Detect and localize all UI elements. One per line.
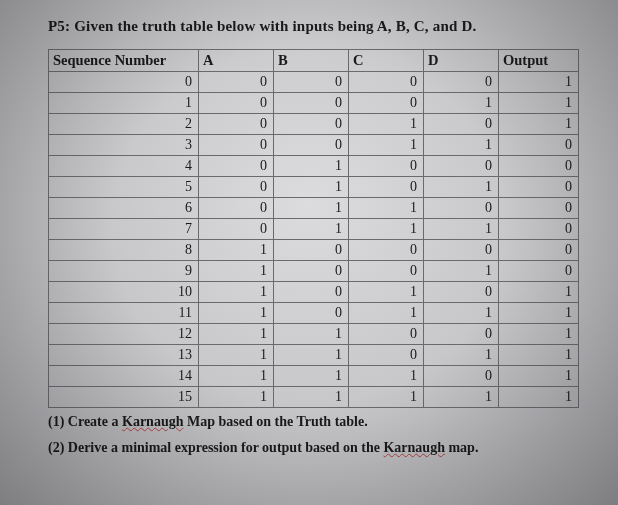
cell: 1 <box>499 345 579 366</box>
cell: 0 <box>199 198 274 219</box>
cell: 0 <box>499 219 579 240</box>
question-1: (1) Create a Karnaugh Map based on the T… <box>48 414 590 430</box>
cell: 1 <box>349 198 424 219</box>
cell: 7 <box>49 219 199 240</box>
cell: 1 <box>499 324 579 345</box>
cell: 1 <box>274 345 349 366</box>
cell: 1 <box>349 303 424 324</box>
cell: 1 <box>349 135 424 156</box>
cell: 0 <box>274 72 349 93</box>
cell: 0 <box>349 240 424 261</box>
table-row: 501010 <box>49 177 579 198</box>
cell: 0 <box>349 177 424 198</box>
cell: 1 <box>499 72 579 93</box>
cell: 0 <box>274 282 349 303</box>
cell: 1 <box>499 387 579 408</box>
cell: 0 <box>424 366 499 387</box>
cell: 0 <box>499 261 579 282</box>
cell: 0 <box>349 156 424 177</box>
q1-rest: Map based on the Truth table. <box>183 414 367 429</box>
cell: 3 <box>49 135 199 156</box>
cell: 4 <box>49 156 199 177</box>
table-row: 910010 <box>49 261 579 282</box>
cell: 1 <box>499 366 579 387</box>
cell: 0 <box>499 240 579 261</box>
cell: 0 <box>274 135 349 156</box>
cell: 1 <box>424 219 499 240</box>
cell: 14 <box>49 366 199 387</box>
cell: 0 <box>499 135 579 156</box>
title-rest: Given the truth table below with inputs … <box>70 18 476 34</box>
cell: 0 <box>499 198 579 219</box>
cell: 0 <box>424 72 499 93</box>
cell: 0 <box>199 219 274 240</box>
cell: 1 <box>199 303 274 324</box>
cell: 6 <box>49 198 199 219</box>
cell: 0 <box>424 324 499 345</box>
q2-rest: map. <box>445 440 478 455</box>
cell: 1 <box>424 261 499 282</box>
cell: 2 <box>49 114 199 135</box>
table-header-row: Sequence Number A B C D Output <box>49 50 579 72</box>
cell: 5 <box>49 177 199 198</box>
q2-wavy-word: Karnaugh <box>383 440 444 455</box>
cell: 0 <box>349 324 424 345</box>
cell: 1 <box>424 387 499 408</box>
cell: 0 <box>199 156 274 177</box>
cell: 0 <box>424 282 499 303</box>
cell: 1 <box>349 366 424 387</box>
cell: 1 <box>424 177 499 198</box>
cell: 1 <box>424 345 499 366</box>
cell: 0 <box>424 240 499 261</box>
cell: 1 <box>274 198 349 219</box>
cell: 1 <box>274 156 349 177</box>
q2-prefix: (2) Derive a minimal expression for outp… <box>48 440 383 455</box>
cell: 1 <box>199 261 274 282</box>
cell: 0 <box>199 114 274 135</box>
cell: 1 <box>199 387 274 408</box>
cell: 1 <box>274 219 349 240</box>
cell: 1 <box>199 366 274 387</box>
cell: 0 <box>274 240 349 261</box>
cell: 1 <box>199 345 274 366</box>
cell: 10 <box>49 282 199 303</box>
cell: 0 <box>349 345 424 366</box>
cell: 1 <box>199 282 274 303</box>
table-row: 1010101 <box>49 282 579 303</box>
cell: 1 <box>499 282 579 303</box>
cell: 0 <box>274 93 349 114</box>
cell: 0 <box>199 177 274 198</box>
cell: 0 <box>199 93 274 114</box>
cell: 1 <box>274 177 349 198</box>
cell: 12 <box>49 324 199 345</box>
cell: 1 <box>199 324 274 345</box>
cell: 0 <box>274 114 349 135</box>
table-row: 100011 <box>49 93 579 114</box>
cell: 1 <box>499 93 579 114</box>
table-row: 1311011 <box>49 345 579 366</box>
cell: 0 <box>424 198 499 219</box>
cell: 1 <box>424 93 499 114</box>
truth-table: Sequence Number A B C D Output 000001100… <box>48 49 579 408</box>
q1-wavy-word: Karnaugh <box>122 414 183 429</box>
cell: 1 <box>274 324 349 345</box>
table-row: 601100 <box>49 198 579 219</box>
cell: 13 <box>49 345 199 366</box>
problem-title: P5: Given the truth table below with inp… <box>48 18 590 35</box>
table-row: 300110 <box>49 135 579 156</box>
cell: 0 <box>499 156 579 177</box>
table-row: 200101 <box>49 114 579 135</box>
col-d: D <box>424 50 499 72</box>
col-c: C <box>349 50 424 72</box>
cell: 1 <box>424 135 499 156</box>
q1-prefix: (1) Create a <box>48 414 122 429</box>
cell: 0 <box>499 177 579 198</box>
cell: 1 <box>424 303 499 324</box>
cell: 1 <box>199 240 274 261</box>
cell: 0 <box>49 72 199 93</box>
table-row: 1411101 <box>49 366 579 387</box>
question-2: (2) Derive a minimal expression for outp… <box>48 440 590 456</box>
cell: 0 <box>274 261 349 282</box>
cell: 1 <box>499 303 579 324</box>
cell: 1 <box>349 219 424 240</box>
